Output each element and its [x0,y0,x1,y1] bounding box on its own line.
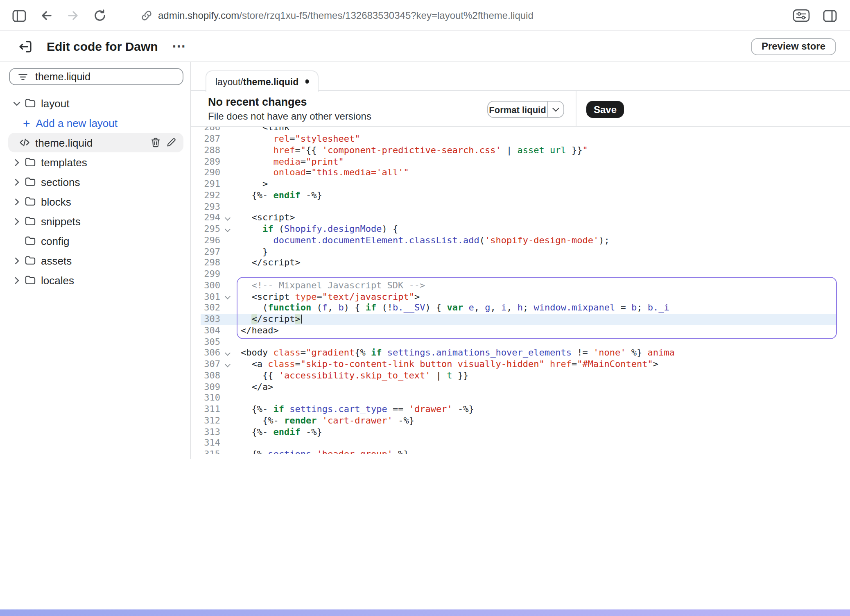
fold-toggle-icon[interactable] [220,224,241,235]
code-line-content[interactable]: {%- render 'cart-drawer' -%} [241,415,837,427]
code-line[interactable]: 300 <!-- Mixpanel Javascript SDK --> [201,280,837,292]
reload-icon[interactable] [91,7,109,25]
code-line[interactable]: 303 </script> [201,314,837,325]
line-number[interactable]: 305 [201,336,220,348]
code-line-content[interactable]: <a class="skip-to-content-link button vi… [241,359,837,370]
code-line[interactable]: 313 {%- endif -%} [201,426,837,438]
code-line[interactable]: 296 document.documentElement.classList.a… [201,235,837,247]
code-line[interactable]: 310 [201,393,837,404]
code-line[interactable]: 312 {%- render 'cart-drawer' -%} [201,415,837,427]
line-number[interactable]: 303 [201,314,220,325]
code-line[interactable]: 292 {%- endif -%} [201,190,837,202]
code-line-content[interactable]: } [241,246,837,258]
fold-toggle-icon[interactable] [220,291,241,303]
selected-file-pill[interactable]: theme.liquid [8,133,183,152]
code-line-content[interactable]: <script type="text/javascript"> [241,291,837,303]
code-line-content[interactable] [241,269,837,280]
line-number[interactable]: 312 [201,415,220,427]
more-actions-button[interactable]: ⋯ [170,42,188,50]
line-number[interactable]: 310 [201,393,220,404]
fold-toggle-icon[interactable] [220,359,241,370]
line-number[interactable]: 291 [201,179,220,190]
code-line[interactable]: 295 if (Shopify.designMode) { [201,224,837,235]
line-number[interactable]: 294 [201,213,220,224]
chevron-right-icon[interactable] [11,196,25,207]
tab-theme-liquid[interactable]: layout/theme.liquid [206,70,319,92]
code-line[interactable]: 311 {%- if settings.cart_type == 'drawer… [201,404,837,415]
panel-right-toggle-icon[interactable] [821,7,839,25]
preview-store-button[interactable]: Preview store [751,38,836,55]
fold-toggle-icon[interactable] [220,348,241,359]
back-icon[interactable] [37,7,55,25]
chevron-right-icon[interactable] [11,177,25,187]
chevron-right-icon[interactable] [11,216,25,226]
sidebar-item-sections[interactable]: sections [0,172,190,192]
extensions-icon[interactable] [792,7,810,25]
code-line[interactable]: 293 [201,201,837,213]
line-number[interactable]: 311 [201,404,220,415]
code-line[interactable]: 297 } [201,246,837,258]
line-number[interactable]: 302 [201,303,220,314]
code-line[interactable]: 307 <a class="skip-to-content-link butto… [201,359,837,370]
code-line-content[interactable] [241,438,837,449]
code-line[interactable]: 305 [201,336,837,348]
delete-file-button[interactable] [147,135,163,150]
file-filter-input[interactable]: theme.liquid [9,68,183,85]
code-line-content[interactable]: </script> [241,258,837,269]
code-line[interactable]: 287 rel="stylesheet" [201,134,837,145]
code-editor[interactable]: 286 <link287 rel="stylesheet"288 href="{… [201,127,837,454]
code-line-content[interactable] [241,336,837,348]
chevron-down-icon[interactable] [11,98,25,109]
line-number[interactable]: 301 [201,291,220,303]
code-line-content[interactable]: </a> [241,381,837,393]
line-number[interactable]: 307 [201,359,220,370]
line-number[interactable]: 286 [201,127,220,134]
exit-button[interactable] [16,37,34,55]
code-line-content[interactable]: media="print" [241,156,837,168]
line-number[interactable]: 314 [201,438,220,449]
sidebar-toggle-icon[interactable] [10,7,28,25]
forward-icon[interactable] [64,7,82,25]
code-line-content[interactable]: {%- endif -%} [241,190,837,202]
code-line[interactable]: 309 </a> [201,381,837,393]
code-line[interactable]: 304</head> [201,325,837,337]
chevron-right-icon[interactable] [11,255,25,266]
rename-file-button[interactable] [163,135,179,150]
code-line-content[interactable]: > [241,179,837,190]
chevron-right-icon[interactable] [11,275,25,285]
code-line-content[interactable]: <!-- Mixpanel Javascript SDK --> [241,280,837,292]
code-line-content[interactable]: {{ 'accessibility.skip_to_text' | t }} [241,370,837,382]
sidebar-item-blocks[interactable]: blocks [0,192,190,211]
line-number[interactable]: 308 [201,370,220,382]
line-number[interactable]: 306 [201,348,220,359]
line-number[interactable]: 309 [201,381,220,393]
code-line-content[interactable]: (function (f, b) { if (!b.__SV) { var e,… [241,303,837,314]
code-line-content[interactable]: </head> [241,325,837,337]
line-number[interactable]: 304 [201,325,220,337]
code-line[interactable]: 301 <script type="text/javascript"> [201,291,837,303]
line-number[interactable]: 298 [201,258,220,269]
line-number[interactable]: 295 [201,224,220,235]
code-line-content[interactable]: if (Shopify.designMode) { [241,224,837,235]
line-number[interactable]: 288 [201,145,220,156]
code-line-content[interactable]: onload="this.media='all'" [241,168,837,179]
code-line-content[interactable]: </script> [241,314,837,325]
add-new-layout-button[interactable]: + Add a new layout [0,113,190,133]
code-line-content[interactable] [241,393,837,404]
code-line[interactable]: 294 <script> [201,213,837,224]
sidebar-item-theme-liquid[interactable]: theme.liquid [0,133,190,152]
address-bar[interactable]: admin.shopify.com/store/rzq1xu-f5/themes… [141,0,534,31]
code-line[interactable]: 289 media="print" [201,156,837,168]
save-button[interactable]: Save [586,101,624,118]
code-line[interactable]: 315 {% sections 'header-group' %} [201,449,837,454]
line-number[interactable]: 313 [201,426,220,438]
line-number[interactable]: 289 [201,156,220,168]
code-line-content[interactable]: rel="stylesheet" [241,134,837,145]
chevron-down-icon[interactable] [548,102,563,117]
code-line-content[interactable]: href="{{ 'component-predictive-search.cs… [241,145,837,156]
line-number[interactable]: 293 [201,201,220,213]
format-liquid-button[interactable]: Format liquid [487,101,564,118]
code-line[interactable]: 299 [201,269,837,280]
line-number[interactable]: 297 [201,246,220,258]
line-number[interactable]: 287 [201,134,220,145]
